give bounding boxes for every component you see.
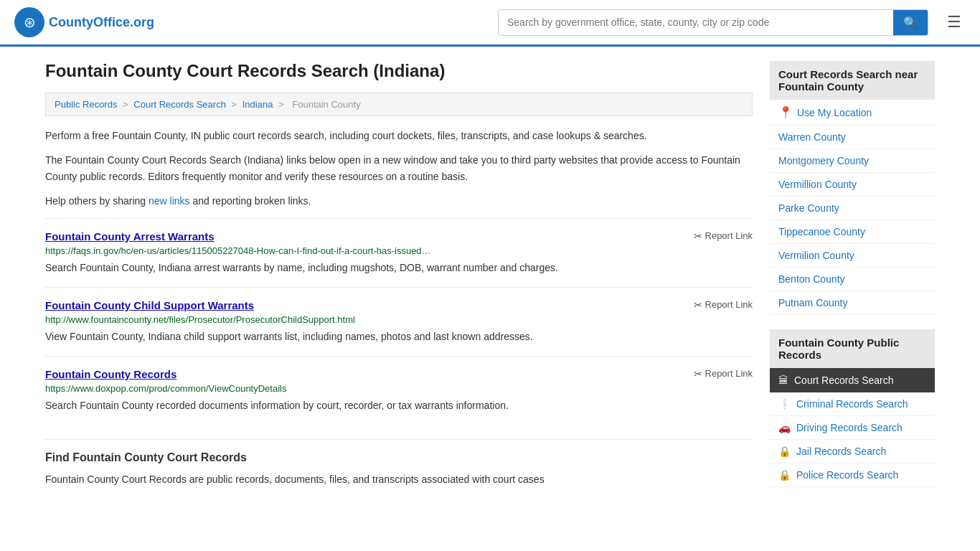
new-links-link[interactable]: new links	[149, 195, 190, 207]
breadcrumb: Public Records > Court Records Search > …	[45, 93, 753, 116]
sidebar-nearby-8[interactable]: Putnam County	[770, 291, 935, 315]
criminal-records-link[interactable]: Criminal Records Search	[796, 398, 908, 410]
breadcrumb-sep-1: >	[123, 99, 131, 110]
nearby-link-8[interactable]: Putnam County	[778, 297, 848, 309]
main-container: Fountain County Court Records Search (In…	[31, 47, 949, 516]
sidebar-nearby-7[interactable]: Benton County	[770, 268, 935, 291]
result-header-1: Fountain County Child Support Warrants ✂…	[45, 299, 753, 311]
sidebar-nearby-5[interactable]: Tippecanoe County	[770, 220, 935, 244]
sidebar-nearby-1[interactable]: Warren County	[770, 126, 935, 149]
report-link-2[interactable]: ✂ Report Link	[694, 368, 753, 380]
menu-button[interactable]: ☰	[943, 9, 966, 36]
find-section-desc: Fountain County Court Records are public…	[45, 471, 753, 487]
logo-area[interactable]: ⊛ CountyOffice.org	[14, 7, 154, 37]
header: ⊛ CountyOffice.org 🔍 ☰	[0, 0, 980, 47]
sidebar-pr-0[interactable]: 🏛 Court Records Search	[770, 368, 935, 392]
results-list: Fountain County Arrest Warrants ✂ Report…	[45, 218, 753, 425]
result-desc-0: Search Fountain County, Indiana arrest w…	[45, 262, 558, 273]
result-desc-2: Search Fountain County recorded document…	[45, 400, 509, 411]
logo-text: CountyOffice.org	[49, 15, 154, 30]
result-title-0[interactable]: Fountain County Arrest Warrants	[45, 230, 215, 242]
jail-records-link[interactable]: Jail Records Search	[796, 446, 886, 457]
result-header-2: Fountain County Records ✂ Report Link	[45, 368, 753, 380]
court-icon: 🏛	[778, 375, 788, 386]
report-icon-0: ✂	[694, 230, 702, 242]
sidebar-pr-4[interactable]: 🔒 Police Records Search	[770, 463, 935, 487]
description-para3: Help others by sharing new links and rep…	[45, 193, 753, 209]
sidebar-use-my-location[interactable]: 📍 Use My Location	[770, 100, 935, 126]
find-section-title: Find Fountain County Court Records	[45, 451, 753, 464]
jail-icon: 🔒	[778, 446, 791, 457]
sidebar-nearby-4[interactable]: Parke County	[770, 197, 935, 220]
driving-records-link[interactable]: Driving Records Search	[796, 422, 903, 433]
sidebar-pr-2[interactable]: 🚗 Driving Records Search	[770, 416, 935, 440]
breadcrumb-court-records[interactable]: Court Records Search	[133, 99, 226, 110]
breadcrumb-indiana[interactable]: Indiana	[242, 99, 273, 110]
nearby-link-3[interactable]: Vermillion County	[778, 179, 857, 190]
result-item-0: Fountain County Arrest Warrants ✂ Report…	[45, 218, 753, 287]
sidebar-pr-1[interactable]: ❕ Criminal Records Search	[770, 392, 935, 416]
find-section: Find Fountain County Court Records Fount…	[45, 439, 753, 487]
search-input[interactable]	[499, 10, 893, 35]
result-item-2: Fountain County Records ✂ Report Link ht…	[45, 356, 753, 425]
description-para2: The Fountain County Court Records Search…	[45, 152, 753, 184]
use-my-location-link[interactable]: Use My Location	[797, 107, 872, 118]
sidebar-nearby-3[interactable]: Vermillion County	[770, 173, 935, 197]
nearby-link-6[interactable]: Vermilion County	[778, 250, 854, 261]
nearby-section: Court Records Search near Fountain Count…	[770, 61, 935, 315]
sidebar: Court Records Search near Fountain Count…	[770, 61, 935, 501]
report-icon-2: ✂	[694, 368, 702, 380]
sidebar-nearby-2[interactable]: Montgomery County	[770, 149, 935, 173]
nearby-heading: Court Records Search near Fountain Count…	[770, 61, 935, 100]
report-link-0[interactable]: ✂ Report Link	[694, 230, 753, 242]
nearby-link-7[interactable]: Benton County	[778, 273, 845, 285]
public-records-section: Fountain County Public Records 🏛 Court R…	[770, 329, 935, 487]
public-records-heading: Fountain County Public Records	[770, 329, 935, 368]
result-title-2[interactable]: Fountain County Records	[45, 368, 176, 380]
driving-icon: 🚗	[778, 422, 791, 433]
content-area: Fountain County Court Records Search (In…	[45, 61, 753, 501]
report-icon-1: ✂	[694, 299, 702, 311]
result-header-0: Fountain County Arrest Warrants ✂ Report…	[45, 230, 753, 242]
location-pin-icon: 📍	[778, 105, 793, 119]
description-para1: Perform a free Fountain County, IN publi…	[45, 128, 753, 143]
breadcrumb-sep-2: >	[232, 99, 240, 110]
result-url-1[interactable]: http://www.fountaincounty.net/files/Pros…	[45, 314, 753, 325]
nearby-link-1[interactable]: Warren County	[778, 131, 846, 143]
police-icon: 🔒	[778, 469, 791, 481]
result-desc-1: View Fountain County, Indiana child supp…	[45, 331, 533, 342]
nearby-link-4[interactable]: Parke County	[778, 202, 839, 214]
page-title: Fountain County Court Records Search (In…	[45, 61, 753, 81]
nearby-link-2[interactable]: Montgomery County	[778, 155, 869, 166]
result-item-1: Fountain County Child Support Warrants ✂…	[45, 287, 753, 356]
result-url-2[interactable]: https://www.doxpop.com/prod/common/ViewC…	[45, 383, 753, 394]
result-title-1[interactable]: Fountain County Child Support Warrants	[45, 299, 254, 311]
logo-icon: ⊛	[14, 7, 44, 37]
report-link-1[interactable]: ✂ Report Link	[694, 299, 753, 311]
court-records-link[interactable]: Court Records Search	[794, 375, 894, 386]
search-button[interactable]: 🔍	[893, 10, 928, 35]
criminal-icon: ❕	[778, 398, 791, 410]
police-records-link[interactable]: Police Records Search	[796, 469, 898, 481]
result-url-0[interactable]: https://faqs.in.gov/hc/en-us/articles/11…	[45, 245, 753, 256]
breadcrumb-current: Fountain County	[292, 99, 360, 110]
breadcrumb-sep-3: >	[278, 99, 286, 110]
sidebar-pr-3[interactable]: 🔒 Jail Records Search	[770, 440, 935, 463]
sidebar-nearby-6[interactable]: Vermilion County	[770, 244, 935, 268]
breadcrumb-public-records[interactable]: Public Records	[55, 99, 117, 110]
search-bar: 🔍	[498, 9, 928, 36]
nearby-link-5[interactable]: Tippecanoe County	[778, 226, 865, 237]
